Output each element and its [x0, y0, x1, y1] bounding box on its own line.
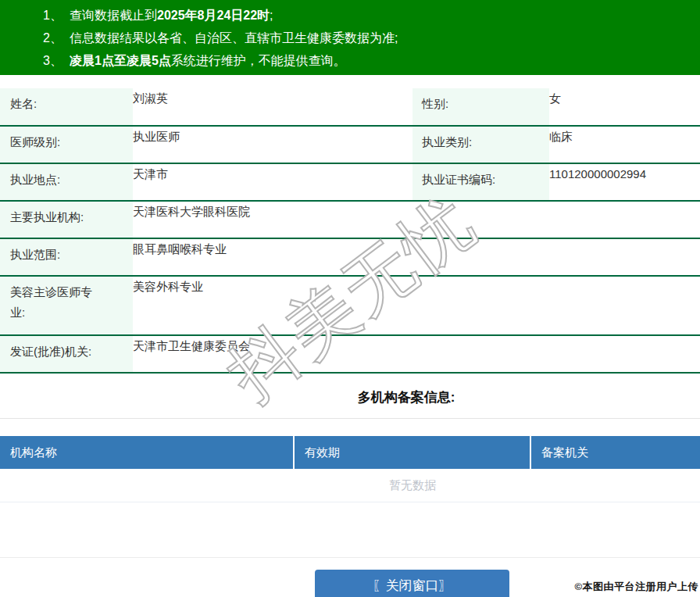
notice-line-3-tail: 系统进行维护，不能提供查询。: [171, 54, 346, 67]
field-label-issuing-authority: 发证(批准)机关:: [0, 335, 133, 373]
practitioner-info-table: 姓名: 刘淑英 性别: 女 医师级别: 执业医师 执业类别: 临床 执业地点: …: [0, 88, 700, 374]
table-row-practice-scope: 执业范围: 眼耳鼻咽喉科专业: [0, 238, 700, 276]
notice-line-2-text: 信息数据结果以各省、自治区、直辖市卫生健康委数据为准;: [70, 31, 398, 45]
field-value-primary-institution: 天津医科大学眼科医院: [133, 201, 700, 238]
column-header-validity-period: 有效期: [295, 436, 531, 469]
divider: [0, 418, 700, 419]
notice-line-2-number: 2、: [43, 27, 70, 49]
notice-line-3-number: 3、: [43, 49, 70, 72]
field-value-practice-scope: 眼耳鼻咽喉科专业: [133, 238, 700, 276]
table-row-location-certificate: 执业地点: 天津市 执业证书编码: 110120000002994: [0, 163, 700, 201]
column-header-org-name: 机构名称: [0, 436, 295, 469]
notice-line-1-bold: 2025年8月24日22时: [157, 9, 270, 22]
attribution-text: ©本图由平台注册用户上传: [574, 580, 698, 594]
section-title-multi-org-registry: 多机构备案信息:: [0, 388, 700, 406]
notice-banner: 1、查询数据截止到2025年8月24日22时; 2、信息数据结果以各省、自治区、…: [0, 0, 700, 75]
registry-table-header: 机构名称 有效期 备案机关: [0, 436, 700, 469]
close-window-button[interactable]: 〖关闭窗口〗: [315, 570, 509, 597]
field-label-doctor-level: 医师级别:: [0, 126, 133, 163]
field-value-cosmetic-specialty: 美容外科专业: [133, 276, 700, 335]
empty-data-row: 暂无数据: [0, 469, 700, 502]
notice-line-3: 3、凌晨1点至凌晨5点系统进行维护，不能提供查询。: [0, 49, 700, 72]
field-label-name: 姓名:: [0, 88, 133, 126]
field-label-certificate-number: 执业证书编码:: [412, 163, 549, 201]
notice-line-1-tail: ;: [270, 9, 273, 22]
field-label-primary-institution-text: 主要执业机构:: [0, 202, 133, 227]
field-value-gender: 女: [549, 88, 700, 126]
field-label-gender-text: 性别:: [412, 88, 549, 114]
table-row-primary-institution: 主要执业机构: 天津医科大学眼科医院: [0, 201, 700, 238]
field-label-cosmetic-specialty: 美容主诊医师专业:: [0, 276, 133, 335]
field-label-certificate-number-text: 执业证书编码:: [412, 164, 549, 190]
notice-line-1: 1、查询数据截止到2025年8月24日22时;: [0, 4, 700, 27]
field-value-practice-location: 天津市: [133, 163, 412, 201]
field-label-practice-location-text: 执业地点:: [0, 164, 133, 190]
field-label-name-text: 姓名:: [0, 88, 133, 114]
field-label-practice-location: 执业地点:: [0, 163, 133, 201]
field-label-gender: 性别:: [412, 88, 549, 126]
table-row-name-gender: 姓名: 刘淑英 性别: 女: [0, 88, 700, 126]
field-value-doctor-level: 执业医师: [133, 126, 412, 163]
field-value-issuing-authority: 天津市卫生健康委员会: [133, 335, 700, 373]
table-row-level-category: 医师级别: 执业医师 执业类别: 临床: [0, 126, 700, 163]
empty-data-text: 暂无数据: [389, 478, 436, 492]
table-row-cosmetic-specialty: 美容主诊医师专业: 美容外科专业: [0, 276, 700, 335]
column-header-registry-authority: 备案机关: [531, 436, 700, 469]
field-label-practice-scope-text: 执业范围:: [0, 239, 133, 265]
field-value-name: 刘淑英: [133, 88, 412, 126]
table-row-issuing-authority: 发证(批准)机关: 天津市卫生健康委员会: [0, 335, 700, 373]
field-label-practice-category: 执业类别:: [412, 126, 549, 163]
divider: [0, 557, 700, 558]
field-value-certificate-number: 110120000002994: [549, 163, 700, 201]
field-label-cosmetic-specialty-text: 美容主诊医师专业:: [0, 277, 133, 323]
field-value-practice-category: 临床: [549, 126, 700, 163]
notice-line-1-text: 查询数据截止到: [70, 9, 157, 22]
field-label-issuing-authority-text: 发证(批准)机关:: [0, 336, 133, 362]
field-label-doctor-level-text: 医师级别:: [0, 127, 133, 152]
field-label-practice-scope: 执业范围:: [0, 238, 133, 276]
notice-line-3-bold: 凌晨1点至凌晨5点: [70, 54, 171, 67]
field-label-practice-category-text: 执业类别:: [412, 127, 549, 152]
notice-line-1-number: 1、: [43, 4, 70, 27]
notice-line-2: 2、信息数据结果以各省、自治区、直辖市卫生健康委数据为准;: [0, 27, 700, 49]
field-label-primary-institution: 主要执业机构:: [0, 201, 133, 238]
